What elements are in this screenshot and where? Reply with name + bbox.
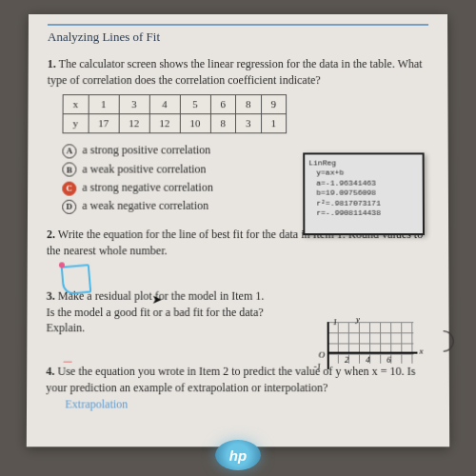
cursor-icon: ➤ bbox=[151, 292, 162, 307]
pen-mark-icon: ⎯ bbox=[64, 345, 72, 365]
table-row: y 17121210831 bbox=[63, 114, 287, 133]
option-d-circle: D bbox=[62, 199, 76, 213]
x-axis bbox=[327, 352, 418, 354]
option-b-circle: B bbox=[62, 163, 76, 177]
residual-plot: y 1 x O 2 4 6 -1 bbox=[310, 319, 426, 377]
table-row: x 1345689 bbox=[63, 94, 287, 113]
q4-number: 4. bbox=[46, 365, 54, 378]
calc-title: LinReg bbox=[308, 158, 418, 168]
pen-dot-icon bbox=[59, 262, 65, 268]
data-table: x 1345689 y 17121210831 bbox=[62, 94, 287, 134]
pen-stroke-icon bbox=[61, 264, 92, 295]
worksheet-page: Analyzing Lines of Fit 1. The calculator… bbox=[27, 14, 449, 446]
calculator-screen: LinReg y=ax+b a=-1.96341463 b=19.0975609… bbox=[303, 152, 425, 235]
row-header: x bbox=[63, 94, 89, 113]
q1-number: 1. bbox=[48, 57, 56, 70]
row-header: y bbox=[63, 114, 89, 133]
option-a-circle: A bbox=[62, 144, 76, 158]
page-title: Analyzing Lines of Fit bbox=[48, 24, 428, 45]
q2-number: 2. bbox=[47, 228, 55, 241]
q3-number: 3. bbox=[47, 288, 55, 302]
plot-grid: y 1 x O 2 4 6 -1 bbox=[310, 319, 426, 377]
hp-logo: hp bbox=[215, 440, 261, 470]
q1-text: The calculator screen shows the linear r… bbox=[48, 57, 423, 87]
option-c-circle: C bbox=[62, 181, 76, 195]
y-axis bbox=[327, 322, 329, 369]
q4-answer: Extrapolation bbox=[65, 396, 429, 412]
page-edge-icon bbox=[444, 330, 454, 351]
